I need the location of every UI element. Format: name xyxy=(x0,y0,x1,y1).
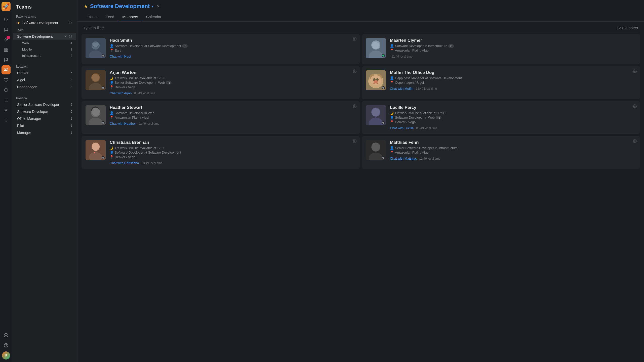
sub-infrastructure-count: 2 xyxy=(70,54,72,58)
local-time-matthias: 11:49 local time xyxy=(419,157,440,160)
chat-link-arjan[interactable]: Chat with Arjan xyxy=(110,91,132,95)
svg-point-16 xyxy=(6,119,6,119)
sidebar-position-manager[interactable]: Manager 1 xyxy=(13,129,76,136)
sidebar-sub-infrastructure[interactable]: Infrastructure 2 xyxy=(13,53,76,59)
location-denver-count: 6 xyxy=(70,71,72,75)
location-denver-name: Denver xyxy=(17,71,70,75)
member-card-lucille-percy[interactable]: Lucille Percy 🌙 Off work. Will be availa… xyxy=(362,101,640,134)
search-nav-icon[interactable] xyxy=(2,15,11,24)
chat-link-muffin[interactable]: Chat with Muffin xyxy=(390,87,413,90)
filter-bar: 13 members xyxy=(77,22,644,34)
tab-feed[interactable]: Feed xyxy=(102,13,118,21)
member-card-hadi-smith[interactable]: Hadi Smith 👤 Software Developer at Softw… xyxy=(82,34,360,64)
team-close-icon[interactable]: ✕ xyxy=(156,4,160,9)
member-chat-heather: Chat with Heather 11:49 local time xyxy=(110,121,356,125)
chat-nav-icon[interactable] xyxy=(2,25,11,34)
svg-point-55 xyxy=(354,141,355,142)
member-location-christiana: 📍 Denver / Vega xyxy=(110,155,356,159)
more-nav-icon[interactable] xyxy=(2,116,11,125)
sidebar-location-denver[interactable]: Denver 6 xyxy=(13,69,76,76)
card-action-heather[interactable] xyxy=(353,104,357,109)
members-row-4: Christiana Brennan 🌙 Off work. Will be a… xyxy=(82,136,640,169)
member-info-christiana: Christiana Brennan 🌙 Off work. Will be a… xyxy=(110,140,356,165)
settings-nav-icon[interactable] xyxy=(2,106,11,115)
chat-link-matthias[interactable]: Chat with Matthias xyxy=(390,157,417,160)
sidebar-item-software-dev-favorite[interactable]: ★ Software Development 13 xyxy=(13,19,76,26)
sidebar-sub-mobile[interactable]: Mobile 3 xyxy=(13,46,76,53)
moon-icon-arjan: 🌙 xyxy=(110,76,113,80)
moon-icon-christiana: 🌙 xyxy=(110,146,113,150)
member-card-muffin[interactable]: Muffin The Office Dog 👤 Happiness Manage… xyxy=(362,66,640,99)
position-senior-dev-name: Senior Software Developer xyxy=(17,103,70,107)
member-card-maarten-clymer[interactable]: Maarten Clymer 👤 Software Developer in I… xyxy=(362,34,640,64)
sidebar-location-algol[interactable]: Algol 3 xyxy=(13,76,76,83)
avatar-christiana-brennan xyxy=(86,140,106,160)
member-location-hadi: 📍 Earth xyxy=(110,49,356,52)
location-icon-hadi: 📍 xyxy=(110,49,114,52)
tab-calendar[interactable]: Calendar xyxy=(142,13,166,21)
chat-link-christiana[interactable]: Chat with Christiana xyxy=(110,161,139,165)
card-action-hadi[interactable] xyxy=(353,37,357,42)
member-card-christiana-brennan[interactable]: Christiana Brennan 🌙 Off work. Will be a… xyxy=(82,136,360,169)
chat-link-heather[interactable]: Chat with Heather xyxy=(110,122,136,125)
sidebar-position-dev[interactable]: Software Developer 5 xyxy=(13,108,76,115)
role-icon-christiana: 👤 xyxy=(110,151,114,154)
member-info-heather: Heather Stewart 👤 Software Developer in … xyxy=(110,105,356,130)
filter-input[interactable] xyxy=(84,26,159,30)
member-name-muffin: Muffin The Office Dog xyxy=(390,70,636,75)
member-card-arjan-warton[interactable]: Arjan Warton 🌙 Off work. Will be availab… xyxy=(82,66,360,99)
card-action-muffin[interactable] xyxy=(633,69,637,74)
card-action-matthias[interactable] xyxy=(633,139,637,144)
sidebar-active-team[interactable]: Software Development ✕ 13 xyxy=(13,33,76,40)
svg-rect-3 xyxy=(6,48,8,49)
member-location-muffin: 📍 Copenhagen / Rigel xyxy=(390,81,636,84)
svg-point-59 xyxy=(634,141,635,142)
members-row-2: Arjan Warton 🌙 Off work. Will be availab… xyxy=(82,66,640,99)
app-logo[interactable]: 🚀 xyxy=(2,2,11,11)
member-role-heather: 👤 Software Developer in Web xyxy=(110,111,356,115)
card-action-christiana[interactable] xyxy=(353,139,357,144)
user-avatar-icon[interactable]: U xyxy=(2,351,11,360)
box-nav-icon[interactable] xyxy=(2,85,11,95)
chat-link-hadi[interactable]: Chat with Hadi xyxy=(110,55,131,58)
member-info-lucille: Lucille Percy 🌙 Off work. Will be availa… xyxy=(390,105,636,130)
member-card-matthias-fenn[interactable]: Matthias Fenn 👤 Senior Software Develope… xyxy=(362,136,640,169)
role-icon-arjan: 👤 xyxy=(110,81,114,84)
sidebar-position-pilot[interactable]: Pilot 1 xyxy=(13,122,76,129)
member-card-heather-stewart[interactable]: Heather Stewart 👤 Software Developer in … xyxy=(82,101,360,134)
grid-nav-icon[interactable] xyxy=(2,45,11,54)
list-nav-icon[interactable] xyxy=(2,96,11,105)
role-plus-maarten: +1 xyxy=(448,44,454,48)
svg-point-54 xyxy=(94,152,95,153)
role-plus-arjan: +1 xyxy=(166,81,172,84)
sidebar-position-office-manager[interactable]: Office Manager 1 xyxy=(13,115,76,122)
sidebar-position-senior-dev[interactable]: Senior Software Developer 9 xyxy=(13,101,76,108)
activity-nav-icon[interactable]: 7 xyxy=(2,35,11,44)
sidebar-location-copenhagen[interactable]: Copenhagen 3 xyxy=(13,83,76,90)
people-nav-icon[interactable] xyxy=(2,65,11,74)
sub-web-name: Web xyxy=(22,41,70,45)
icon-bar: 🚀 7 U xyxy=(0,0,12,362)
card-action-lucille[interactable] xyxy=(633,104,637,109)
card-action-arjan[interactable] xyxy=(353,69,357,74)
chat-link-lucille[interactable]: Chat with Lucille xyxy=(390,126,414,130)
help-nav-icon[interactable] xyxy=(2,341,11,350)
tab-home[interactable]: Home xyxy=(84,13,102,21)
team-title-name[interactable]: Software Development xyxy=(90,3,150,10)
puzzle-nav-icon[interactable] xyxy=(2,75,11,84)
flag-nav-icon[interactable] xyxy=(2,55,11,64)
tab-members[interactable]: Members xyxy=(118,13,142,21)
add-nav-icon[interactable] xyxy=(2,331,11,340)
sub-web-count: 4 xyxy=(70,41,72,45)
role-plus-hadi: +1 xyxy=(182,44,188,48)
location-icon-lucille: 📍 xyxy=(390,120,394,124)
position-dev-count: 5 xyxy=(70,110,72,113)
sidebar-sub-web[interactable]: Web 4 xyxy=(13,40,76,46)
close-team-icon[interactable]: ✕ xyxy=(64,35,67,38)
member-chat-hadi: Chat with Hadi xyxy=(110,54,356,58)
local-time-maarten: 11:49 local time xyxy=(391,55,413,58)
role-icon-hadi: 👤 xyxy=(110,44,114,48)
member-status-arjan: 🌙 Off work. Will be available at 17:00 xyxy=(110,76,356,80)
sidebar: Teams Favorite teams ★ Software Developm… xyxy=(12,0,77,362)
team-dropdown-icon[interactable]: ▾ xyxy=(152,4,153,8)
